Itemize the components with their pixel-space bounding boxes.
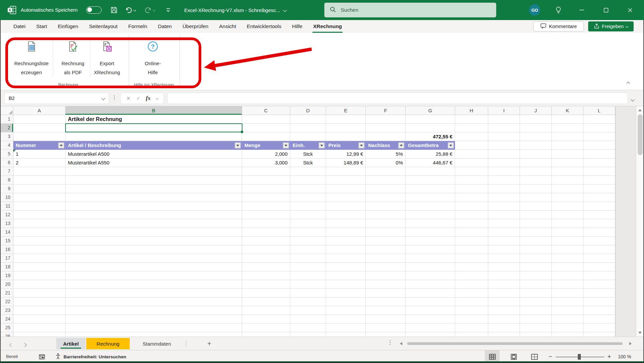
cell-D12[interactable] — [290, 211, 326, 219]
cell-A15[interactable] — [13, 237, 66, 245]
cell-J4[interactable] — [520, 141, 552, 150]
cell-A17[interactable] — [13, 254, 66, 263]
column-header-d[interactable]: D — [290, 106, 326, 115]
cell-J6[interactable] — [520, 158, 552, 167]
cell-E24[interactable] — [326, 315, 366, 324]
cell-I26[interactable] — [488, 332, 520, 337]
name-box[interactable]: B2 — [4, 93, 109, 104]
cell-F8[interactable] — [366, 176, 406, 185]
cell-F24[interactable] — [366, 315, 406, 324]
cell-D15[interactable] — [290, 237, 326, 245]
cell-B1[interactable]: Artikel der Rechnung — [66, 115, 242, 124]
cell-E5[interactable]: 12,99 € — [326, 150, 366, 158]
cell-A20[interactable] — [13, 280, 66, 289]
cell-G19[interactable] — [406, 271, 455, 280]
cell-F7[interactable] — [366, 167, 406, 176]
cell-J9[interactable] — [520, 185, 552, 193]
cell-F14[interactable] — [366, 228, 406, 237]
cell-A24[interactable] — [13, 315, 66, 324]
cell-B15[interactable] — [66, 237, 242, 245]
cell-J21[interactable] — [520, 289, 552, 297]
cell-J2[interactable] — [520, 124, 552, 132]
ideas-lightbulb-icon[interactable] — [551, 0, 566, 20]
row-header-26[interactable]: 26 — [0, 332, 13, 337]
sheet-tab-rechnung[interactable]: Rechnung — [86, 338, 130, 349]
cell-H24[interactable] — [455, 315, 488, 324]
cell-B6[interactable]: Musterartikel A550 — [66, 158, 242, 167]
cell-G21[interactable] — [406, 289, 455, 297]
cell-D21[interactable] — [290, 289, 326, 297]
cell-F23[interactable] — [366, 306, 406, 315]
row-header-19[interactable]: 19 — [0, 271, 13, 280]
ribbon-button-online[interactable]: ?Online-Hilfe — [133, 41, 172, 77]
column-header-k[interactable]: K — [552, 106, 583, 115]
cell-C8[interactable] — [242, 176, 290, 185]
cell-J22[interactable] — [520, 297, 552, 306]
cell-I25[interactable] — [488, 324, 520, 332]
column-header-h[interactable]: H — [455, 106, 488, 115]
cell-C23[interactable] — [242, 306, 290, 315]
row-header-21[interactable]: 21 — [0, 289, 13, 297]
cell-J26[interactable] — [520, 332, 552, 337]
cell-H16[interactable] — [455, 245, 488, 254]
cell-D5[interactable]: Stck — [290, 150, 326, 158]
cell-C7[interactable] — [242, 167, 290, 176]
cell-I4[interactable] — [488, 141, 520, 150]
cell-H25[interactable] — [455, 324, 488, 332]
row-header-12[interactable]: 12 — [0, 211, 13, 219]
cell-C4[interactable]: Menge — [242, 141, 290, 150]
fx-chevron-icon[interactable] — [155, 97, 158, 100]
formula-input[interactable] — [167, 93, 628, 104]
cell-B14[interactable] — [66, 228, 242, 237]
cell-D18[interactable] — [290, 263, 326, 271]
cell-G15[interactable] — [406, 237, 455, 245]
cell-J20[interactable] — [520, 280, 552, 289]
cell-D16[interactable] — [290, 245, 326, 254]
filter-button-e4[interactable] — [358, 142, 364, 148]
confirm-entry-icon[interactable]: ✓ — [136, 95, 140, 101]
cell-F19[interactable] — [366, 271, 406, 280]
cell-E1[interactable] — [326, 115, 366, 124]
cell-G25[interactable] — [406, 324, 455, 332]
cell-H19[interactable] — [455, 271, 488, 280]
ribbon-tab-formeln[interactable]: Formeln — [123, 20, 152, 33]
ribbon-tab-start[interactable]: Start — [31, 20, 52, 33]
insert-function-icon[interactable]: fx — [146, 95, 150, 102]
undo-button[interactable] — [125, 0, 136, 20]
cell-D17[interactable] — [290, 254, 326, 263]
cell-E8[interactable] — [326, 176, 366, 185]
cell-B12[interactable] — [66, 211, 242, 219]
cell-E16[interactable] — [326, 245, 366, 254]
sheet-tab-stammdaten[interactable]: Stammdaten — [130, 338, 183, 349]
cell-A3[interactable] — [13, 132, 66, 141]
cell-A12[interactable] — [13, 211, 66, 219]
ribbon-tab-ansicht[interactable]: Ansicht — [214, 20, 241, 33]
cell-L20[interactable] — [583, 280, 615, 289]
cell-K19[interactable] — [552, 271, 583, 280]
cell-K13[interactable] — [552, 219, 583, 228]
avatar[interactable]: GO — [529, 4, 540, 16]
ribbon-tab-datei[interactable]: Datei — [8, 20, 31, 33]
sheet-tab-artikel[interactable]: Artikel — [56, 338, 86, 349]
cell-L16[interactable] — [583, 245, 615, 254]
cell-H3[interactable] — [455, 132, 488, 141]
scroll-down-icon[interactable] — [638, 332, 642, 334]
cell-J3[interactable] — [520, 132, 552, 141]
cell-C15[interactable] — [242, 237, 290, 245]
filter-button-d4[interactable] — [319, 142, 325, 148]
redo-dropdown-chevron-icon[interactable] — [153, 9, 155, 11]
cell-E13[interactable] — [326, 219, 366, 228]
cell-G26[interactable] — [406, 332, 455, 337]
ribbon-tab-einfügen[interactable]: Einfügen — [52, 20, 84, 33]
share-button[interactable]: Freigeben — [588, 21, 634, 31]
cell-K7[interactable] — [552, 167, 583, 176]
row-header-22[interactable]: 22 — [0, 297, 13, 306]
cell-G17[interactable] — [406, 254, 455, 263]
cell-K16[interactable] — [552, 245, 583, 254]
cell-B7[interactable] — [66, 167, 242, 176]
cell-D3[interactable] — [290, 132, 326, 141]
cell-C3[interactable] — [242, 132, 290, 141]
cell-B21[interactable] — [66, 289, 242, 297]
column-header-a[interactable]: A — [13, 106, 66, 115]
cell-B19[interactable] — [66, 271, 242, 280]
